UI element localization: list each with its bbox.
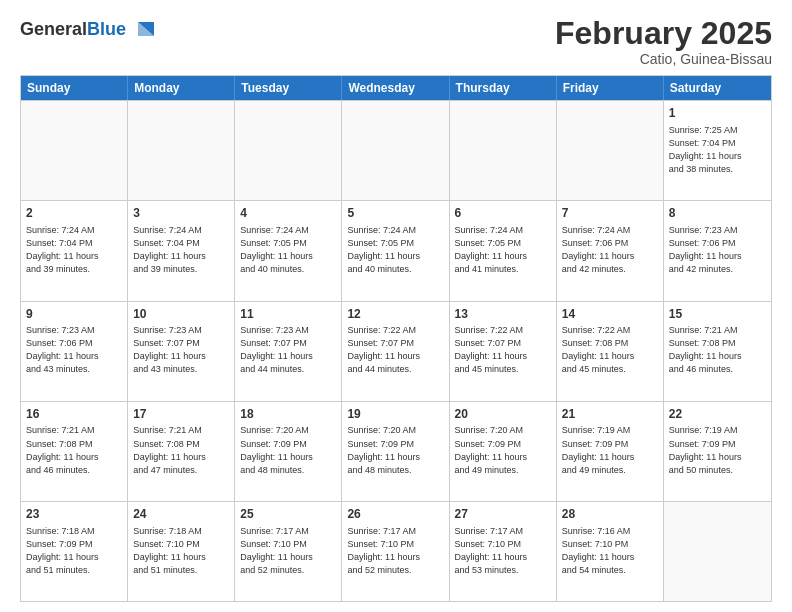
- day-number: 4: [240, 205, 336, 222]
- day-number: 18: [240, 406, 336, 423]
- day-number: 8: [669, 205, 766, 222]
- cal-cell: 8Sunrise: 7:23 AM Sunset: 7:06 PM Daylig…: [664, 201, 771, 300]
- cal-cell: 16Sunrise: 7:21 AM Sunset: 7:08 PM Dayli…: [21, 402, 128, 501]
- cal-cell: 4Sunrise: 7:24 AM Sunset: 7:05 PM Daylig…: [235, 201, 342, 300]
- cal-cell: 1Sunrise: 7:25 AM Sunset: 7:04 PM Daylig…: [664, 101, 771, 200]
- cell-info: Sunrise: 7:24 AM Sunset: 7:04 PM Dayligh…: [26, 224, 122, 276]
- cell-info: Sunrise: 7:24 AM Sunset: 7:06 PM Dayligh…: [562, 224, 658, 276]
- cell-info: Sunrise: 7:19 AM Sunset: 7:09 PM Dayligh…: [562, 424, 658, 476]
- title-month: February 2025: [555, 16, 772, 51]
- cal-cell: 6Sunrise: 7:24 AM Sunset: 7:05 PM Daylig…: [450, 201, 557, 300]
- day-number: 22: [669, 406, 766, 423]
- calendar: Sunday Monday Tuesday Wednesday Thursday…: [20, 75, 772, 602]
- cell-info: Sunrise: 7:18 AM Sunset: 7:09 PM Dayligh…: [26, 525, 122, 577]
- cell-info: Sunrise: 7:18 AM Sunset: 7:10 PM Dayligh…: [133, 525, 229, 577]
- calendar-header: Sunday Monday Tuesday Wednesday Thursday…: [21, 76, 771, 100]
- cal-cell: 19Sunrise: 7:20 AM Sunset: 7:09 PM Dayli…: [342, 402, 449, 501]
- cal-cell: 10Sunrise: 7:23 AM Sunset: 7:07 PM Dayli…: [128, 302, 235, 401]
- header-friday: Friday: [557, 76, 664, 100]
- cal-cell: 5Sunrise: 7:24 AM Sunset: 7:05 PM Daylig…: [342, 201, 449, 300]
- logo-blue-text: Blue: [87, 19, 126, 39]
- day-number: 27: [455, 506, 551, 523]
- day-number: 12: [347, 306, 443, 323]
- cal-cell: 15Sunrise: 7:21 AM Sunset: 7:08 PM Dayli…: [664, 302, 771, 401]
- day-number: 6: [455, 205, 551, 222]
- header: GeneralBlue February 2025 Catio, Guinea-…: [20, 16, 772, 67]
- day-number: 13: [455, 306, 551, 323]
- cal-cell: 22Sunrise: 7:19 AM Sunset: 7:09 PM Dayli…: [664, 402, 771, 501]
- cell-info: Sunrise: 7:17 AM Sunset: 7:10 PM Dayligh…: [455, 525, 551, 577]
- day-number: 5: [347, 205, 443, 222]
- day-number: 15: [669, 306, 766, 323]
- cell-info: Sunrise: 7:17 AM Sunset: 7:10 PM Dayligh…: [240, 525, 336, 577]
- cal-cell: 27Sunrise: 7:17 AM Sunset: 7:10 PM Dayli…: [450, 502, 557, 601]
- day-number: 26: [347, 506, 443, 523]
- cell-info: Sunrise: 7:20 AM Sunset: 7:09 PM Dayligh…: [455, 424, 551, 476]
- cal-cell: 24Sunrise: 7:18 AM Sunset: 7:10 PM Dayli…: [128, 502, 235, 601]
- cell-info: Sunrise: 7:20 AM Sunset: 7:09 PM Dayligh…: [240, 424, 336, 476]
- cal-cell: 13Sunrise: 7:22 AM Sunset: 7:07 PM Dayli…: [450, 302, 557, 401]
- cell-info: Sunrise: 7:23 AM Sunset: 7:07 PM Dayligh…: [240, 324, 336, 376]
- title-block: February 2025 Catio, Guinea-Bissau: [555, 16, 772, 67]
- cell-info: Sunrise: 7:22 AM Sunset: 7:07 PM Dayligh…: [455, 324, 551, 376]
- cal-cell: 3Sunrise: 7:24 AM Sunset: 7:04 PM Daylig…: [128, 201, 235, 300]
- cell-info: Sunrise: 7:23 AM Sunset: 7:06 PM Dayligh…: [26, 324, 122, 376]
- cell-info: Sunrise: 7:25 AM Sunset: 7:04 PM Dayligh…: [669, 124, 766, 176]
- cal-cell: 20Sunrise: 7:20 AM Sunset: 7:09 PM Dayli…: [450, 402, 557, 501]
- cal-cell: 2Sunrise: 7:24 AM Sunset: 7:04 PM Daylig…: [21, 201, 128, 300]
- cal-cell: [557, 101, 664, 200]
- cell-info: Sunrise: 7:21 AM Sunset: 7:08 PM Dayligh…: [26, 424, 122, 476]
- day-number: 28: [562, 506, 658, 523]
- page: GeneralBlue February 2025 Catio, Guinea-…: [0, 0, 792, 612]
- day-number: 2: [26, 205, 122, 222]
- day-number: 10: [133, 306, 229, 323]
- cal-cell: 9Sunrise: 7:23 AM Sunset: 7:06 PM Daylig…: [21, 302, 128, 401]
- cell-info: Sunrise: 7:24 AM Sunset: 7:05 PM Dayligh…: [347, 224, 443, 276]
- cal-cell: [450, 101, 557, 200]
- logo-icon: [128, 16, 156, 44]
- title-location: Catio, Guinea-Bissau: [555, 51, 772, 67]
- cal-cell: 7Sunrise: 7:24 AM Sunset: 7:06 PM Daylig…: [557, 201, 664, 300]
- header-sunday: Sunday: [21, 76, 128, 100]
- day-number: 20: [455, 406, 551, 423]
- cell-info: Sunrise: 7:24 AM Sunset: 7:04 PM Dayligh…: [133, 224, 229, 276]
- cal-cell: 12Sunrise: 7:22 AM Sunset: 7:07 PM Dayli…: [342, 302, 449, 401]
- week-row-3: 16Sunrise: 7:21 AM Sunset: 7:08 PM Dayli…: [21, 401, 771, 501]
- day-number: 14: [562, 306, 658, 323]
- cal-cell: [235, 101, 342, 200]
- cell-info: Sunrise: 7:19 AM Sunset: 7:09 PM Dayligh…: [669, 424, 766, 476]
- cal-cell: 28Sunrise: 7:16 AM Sunset: 7:10 PM Dayli…: [557, 502, 664, 601]
- day-number: 23: [26, 506, 122, 523]
- day-number: 1: [669, 105, 766, 122]
- week-row-1: 2Sunrise: 7:24 AM Sunset: 7:04 PM Daylig…: [21, 200, 771, 300]
- cal-cell: [128, 101, 235, 200]
- day-number: 7: [562, 205, 658, 222]
- cell-info: Sunrise: 7:22 AM Sunset: 7:08 PM Dayligh…: [562, 324, 658, 376]
- cal-cell: 14Sunrise: 7:22 AM Sunset: 7:08 PM Dayli…: [557, 302, 664, 401]
- cal-cell: 26Sunrise: 7:17 AM Sunset: 7:10 PM Dayli…: [342, 502, 449, 601]
- logo: GeneralBlue: [20, 16, 156, 44]
- week-row-4: 23Sunrise: 7:18 AM Sunset: 7:09 PM Dayli…: [21, 501, 771, 601]
- cell-info: Sunrise: 7:23 AM Sunset: 7:06 PM Dayligh…: [669, 224, 766, 276]
- day-number: 24: [133, 506, 229, 523]
- cell-info: Sunrise: 7:16 AM Sunset: 7:10 PM Dayligh…: [562, 525, 658, 577]
- day-number: 19: [347, 406, 443, 423]
- header-monday: Monday: [128, 76, 235, 100]
- week-row-0: 1Sunrise: 7:25 AM Sunset: 7:04 PM Daylig…: [21, 100, 771, 200]
- cell-info: Sunrise: 7:24 AM Sunset: 7:05 PM Dayligh…: [240, 224, 336, 276]
- day-number: 9: [26, 306, 122, 323]
- cell-info: Sunrise: 7:22 AM Sunset: 7:07 PM Dayligh…: [347, 324, 443, 376]
- cal-cell: [21, 101, 128, 200]
- cell-info: Sunrise: 7:17 AM Sunset: 7:10 PM Dayligh…: [347, 525, 443, 577]
- day-number: 17: [133, 406, 229, 423]
- header-saturday: Saturday: [664, 76, 771, 100]
- header-tuesday: Tuesday: [235, 76, 342, 100]
- day-number: 11: [240, 306, 336, 323]
- cell-info: Sunrise: 7:23 AM Sunset: 7:07 PM Dayligh…: [133, 324, 229, 376]
- logo-general-text: General: [20, 19, 87, 39]
- cell-info: Sunrise: 7:21 AM Sunset: 7:08 PM Dayligh…: [669, 324, 766, 376]
- header-thursday: Thursday: [450, 76, 557, 100]
- cal-cell: 11Sunrise: 7:23 AM Sunset: 7:07 PM Dayli…: [235, 302, 342, 401]
- header-wednesday: Wednesday: [342, 76, 449, 100]
- cal-cell: 21Sunrise: 7:19 AM Sunset: 7:09 PM Dayli…: [557, 402, 664, 501]
